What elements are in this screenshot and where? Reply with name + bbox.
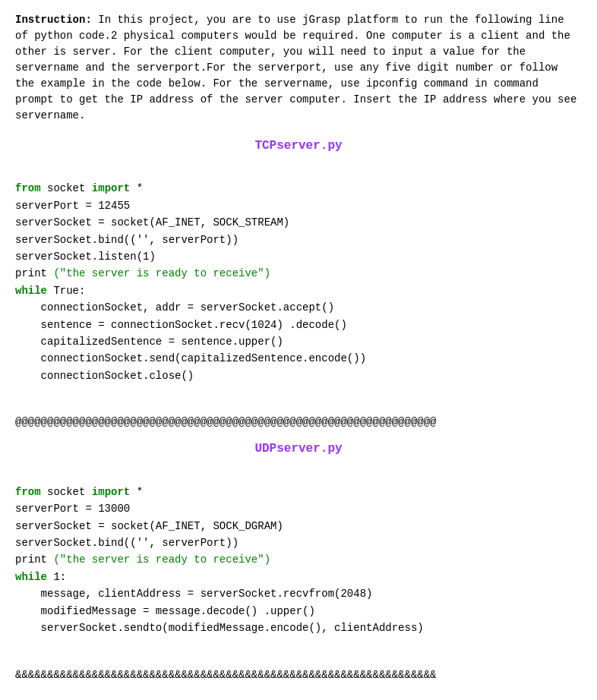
instruction-text: Instruction: In this project, you are to… <box>15 12 582 124</box>
kw-import-2: import <box>92 486 130 498</box>
kw-from-1: from <box>15 182 41 194</box>
instruction-body: In this project, you are to use jGrasp p… <box>15 14 576 121</box>
divider-amp: &&&&&&&&&&&&&&&&&&&&&&&&&&&&&&&&&&&&&&&&… <box>15 669 582 681</box>
udpserver-code: from socket import * serverPort = 13000 … <box>15 466 582 653</box>
print-str-2: ("the server is ready to receive") <box>53 553 270 566</box>
print-str-1: ("the server is ready to receive") <box>53 267 270 279</box>
kw-while-2: while <box>15 571 47 583</box>
tcpserver-code: from socket import * serverPort = 12455 … <box>15 163 582 401</box>
instruction-label: Instruction: <box>15 14 92 26</box>
tcpserver-section: TCPserver.py from socket import * server… <box>15 139 582 401</box>
udpserver-title: UDPserver.py <box>15 442 582 456</box>
instruction-block: Instruction: In this project, you are to… <box>15 12 582 124</box>
udpserver-section: UDPserver.py from socket import * server… <box>15 442 582 653</box>
kw-from-2: from <box>15 486 41 498</box>
tcpserver-title: TCPserver.py <box>15 139 582 153</box>
kw-import-1: import <box>92 182 130 194</box>
kw-while-1: while <box>15 285 47 297</box>
divider-at: @@@@@@@@@@@@@@@@@@@@@@@@@@@@@@@@@@@@@@@@… <box>15 416 582 428</box>
